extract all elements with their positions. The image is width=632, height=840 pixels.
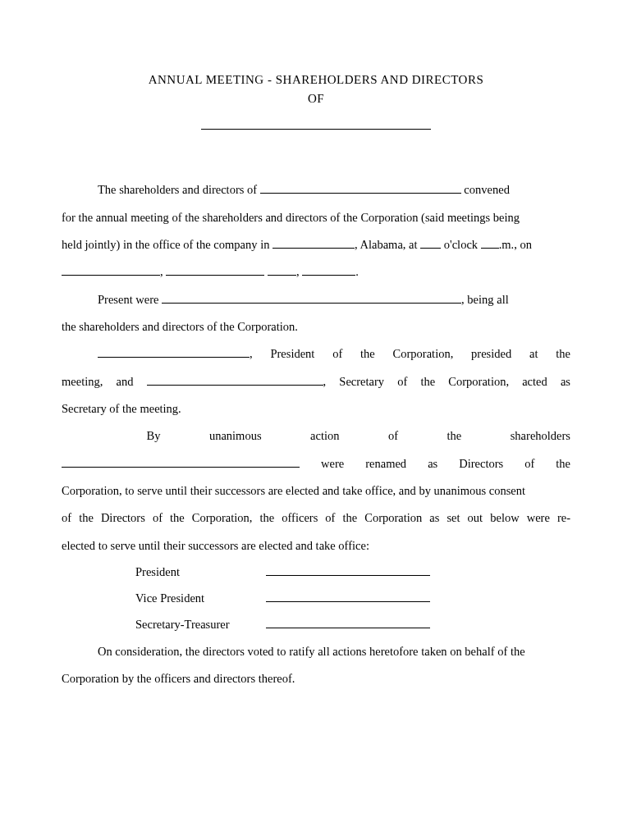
paragraph-3-line-2: meeting, and , Secretary of the Corporat… [62,368,570,395]
officer-vice-president-row: Vice President [135,586,570,612]
officer-secretary-treasurer-row: Secretary-Treasurer [135,612,570,638]
blank-ampm[interactable] [481,248,499,249]
blank-directors-named[interactable] [62,467,300,468]
document-title: ANNUAL MEETING - SHAREHOLDERS AND DIRECT… [62,66,570,139]
title-line-2: OF [62,84,570,113]
blank-date-2[interactable] [166,275,264,276]
blank-secretary[interactable] [147,385,323,386]
paragraph-1-line-4: , , . [62,258,570,285]
paragraph-2-line-2: the shareholders and directors of the Co… [62,313,570,340]
paragraph-4-line-3: Corporation, to serve until their succes… [62,477,570,504]
title-blank-line[interactable] [201,129,431,130]
officer-secretary-treasurer-label: Secretary-Treasurer [135,612,263,638]
paragraph-5-line-2: Corporation by the officers and director… [62,665,570,692]
officer-president-row: President [135,559,570,586]
blank-officer-vice-president[interactable] [266,601,430,602]
paragraph-4-line-5: elected to serve until their successors … [62,532,570,559]
paragraph-3-line-1: , President of the Corporation, presided… [62,340,570,368]
blank-present[interactable] [162,303,461,304]
officer-vice-president-label: Vice President [135,586,263,612]
blank-date-1[interactable] [62,275,160,276]
paragraph-1-line-1: The shareholders and directors of conven… [62,176,570,203]
blank-city[interactable] [272,248,355,249]
paragraph-5-line-1: On consideration, the directors voted to… [62,638,570,665]
blank-date-4[interactable] [302,275,355,276]
paragraph-1-line-3: held jointly) in the office of the compa… [62,231,570,258]
officer-president-label: President [135,559,263,586]
paragraph-4-line-4: of the Directors of the Corporation, the… [62,504,570,532]
document-body: The shareholders and directors of conven… [62,176,570,692]
blank-officer-president[interactable] [266,575,430,576]
blank-date-3[interactable] [268,275,296,276]
blank-officer-secretary-treasurer[interactable] [266,628,430,628]
blank-president[interactable] [98,357,250,358]
paragraph-1-line-2: for the annual meeting of the shareholde… [62,204,570,231]
paragraph-2-line-1: Present were , being all [62,286,570,313]
paragraph-3-line-3: Secretary of the meeting. [62,395,570,422]
blank-hour[interactable] [420,248,441,249]
blank-corporation-name[interactable] [260,193,461,194]
paragraph-4-line-2: were renamed as Directors of the [62,450,570,477]
paragraph-4-line-1: By unanimous action of the shareholders [62,422,570,450]
